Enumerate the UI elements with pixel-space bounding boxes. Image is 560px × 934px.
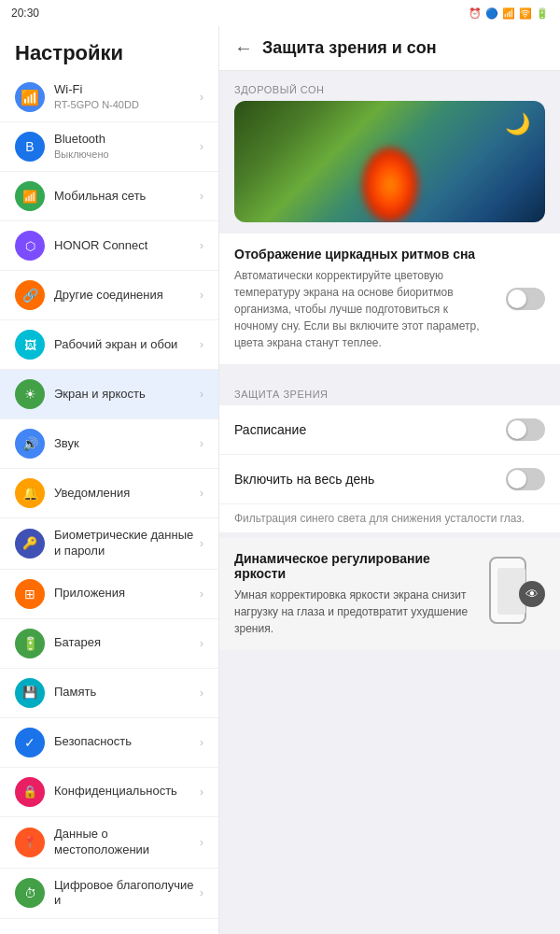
sidebar-item-notifications[interactable]: 🔔 Уведомления › xyxy=(0,469,218,518)
battery-icon: 🔋 xyxy=(536,7,549,20)
chevron-icon: › xyxy=(200,487,203,500)
circadian-toggle[interactable] xyxy=(506,288,545,310)
sidebar-security-label: Безопасность xyxy=(54,734,200,750)
phone-illustration: 👁 xyxy=(489,557,545,631)
healthy-sleep-label: ЗДОРОВЫЙ СОН xyxy=(219,71,560,101)
sidebar-notifications-label: Уведомления xyxy=(54,486,200,502)
sidebar-bluetooth-label: Bluetooth xyxy=(54,132,200,148)
sidebar-item-honor[interactable]: ⬡ HONOR Connect › xyxy=(0,221,218,271)
sidebar-item-bluetooth[interactable]: B Bluetooth Выключено › xyxy=(0,122,218,172)
signal-icon: 📶 xyxy=(502,7,515,20)
sidebar-wifi-sub: RT-5GPO N-40DD xyxy=(54,98,200,111)
sidebar-title: Настройки xyxy=(0,26,218,73)
sidebar-item-sound[interactable]: 🔊 Звук › xyxy=(0,419,218,469)
battery-icon: 🔋 xyxy=(15,629,45,658)
chevron-icon: › xyxy=(200,388,203,401)
sidebar-item-digital[interactable]: ⏱ Цифровое благополучие и › xyxy=(0,869,218,920)
sidebar-digital-label: Цифровое благополучие и xyxy=(54,878,200,910)
panel-title: Защита зрения и сон xyxy=(262,38,437,58)
sound-icon: 🔊 xyxy=(15,429,45,459)
sidebar-item-storage[interactable]: 💾 Память › xyxy=(0,669,218,718)
status-bar: 20:30 ⏰ 🔵 📶 🛜 🔋 xyxy=(0,0,560,26)
status-time: 20:30 xyxy=(11,7,39,20)
privacy-icon: 🔒 xyxy=(15,777,45,807)
circadian-title: Отображение циркадных ритмов сна xyxy=(234,247,495,262)
chevron-icon: › xyxy=(200,836,203,849)
sidebar-item-biometric[interactable]: 🔑 Биометрические данные и пароли › xyxy=(0,518,218,570)
honor-icon: ⬡ xyxy=(15,231,45,261)
chevron-icon: › xyxy=(200,785,203,799)
sidebar-item-other[interactable]: 🔗 Другие соединения › xyxy=(0,271,218,320)
display-icon: ☀ xyxy=(15,379,45,409)
main-layout: Настройки 📶 Wi-Fi RT-5GPO N-40DD › B Blu… xyxy=(0,26,560,934)
digital-icon: ⏱ xyxy=(15,878,45,908)
all-day-label: Включить на весь день xyxy=(234,472,374,487)
notifications-icon: 🔔 xyxy=(15,478,45,508)
chevron-icon: › xyxy=(200,289,203,302)
sidebar-other-label: Другие соединения xyxy=(54,288,200,304)
dynamic-title: Динамическое регулирование яркости xyxy=(234,551,478,581)
sidebar-item-homescreen[interactable]: 🖼 Рабочий экран и обои › xyxy=(0,320,218,370)
all-day-row: Включить на весь день xyxy=(219,455,560,504)
sidebar-bluetooth-sub: Выключено xyxy=(54,148,200,161)
sidebar-wifi-label: Wi-Fi xyxy=(54,82,200,98)
mobile-icon: 📶 xyxy=(15,181,45,211)
circadian-desc: Автоматически корректируйте цветовую тем… xyxy=(234,267,495,351)
chevron-icon: › xyxy=(200,91,203,104)
schedule-label: Расписание xyxy=(234,422,306,437)
sidebar-mobile-label: Мобильная сеть xyxy=(54,189,200,205)
biometric-icon: 🔑 xyxy=(15,529,45,559)
sidebar-storage-label: Память xyxy=(54,685,200,700)
schedule-toggle[interactable] xyxy=(506,418,545,441)
eye-icon: 👁 xyxy=(519,581,545,607)
moon-icon: 🌙 xyxy=(505,112,530,136)
sidebar: Настройки 📶 Wi-Fi RT-5GPO N-40DD › B Blu… xyxy=(0,26,219,934)
security-icon: ✓ xyxy=(15,728,45,757)
bluetooth-icon: B xyxy=(15,132,45,162)
sidebar-item-mobile[interactable]: 📶 Мобильная сеть › xyxy=(0,172,218,221)
sidebar-honor-label: HONOR Connect xyxy=(54,238,200,254)
chevron-icon: › xyxy=(200,239,203,252)
status-icons: ⏰ 🔵 📶 🛜 🔋 xyxy=(469,7,549,20)
chevron-icon: › xyxy=(200,686,203,700)
wifi-icon: 🛜 xyxy=(519,7,532,20)
chevron-icon: › xyxy=(200,140,203,153)
schedule-row: Расписание xyxy=(219,405,560,455)
all-day-toggle[interactable] xyxy=(506,468,545,490)
panel-content: ЗДОРОВЫЙ СОН 🌙 Отображение циркадных рит… xyxy=(219,71,560,650)
sidebar-item-wifi[interactable]: 📶 Wi-Fi RT-5GPO N-40DD › xyxy=(0,73,218,122)
chevron-icon: › xyxy=(200,437,203,450)
back-button[interactable]: ← xyxy=(234,37,253,59)
section-divider-2 xyxy=(219,532,560,536)
sidebar-item-battery[interactable]: 🔋 Батарея › xyxy=(0,619,218,669)
sidebar-item-privacy[interactable]: 🔒 Конфиденциальность › xyxy=(0,768,218,817)
sidebar-item-display[interactable]: ☀ Экран и яркость › xyxy=(0,370,218,419)
apps-icon: ⊞ xyxy=(15,579,45,609)
chevron-icon: › xyxy=(200,537,203,550)
chevron-icon: › xyxy=(200,338,203,351)
chevron-icon: › xyxy=(200,637,203,650)
chevron-icon: › xyxy=(200,587,203,601)
sidebar-item-security[interactable]: ✓ Безопасность › xyxy=(0,718,218,768)
sidebar-privacy-label: Конфиденциальность xyxy=(54,784,200,800)
sidebar-item-apps[interactable]: ⊞ Приложения › xyxy=(0,570,218,619)
sidebar-location-label: Данные о местоположении xyxy=(54,827,200,858)
hero-image: 🌙 xyxy=(234,101,545,222)
sidebar-biometric-label: Биометрические данные и пароли xyxy=(54,528,200,559)
sidebar-apps-label: Приложения xyxy=(54,586,200,601)
dynamic-brightness-card[interactable]: Динамическое регулирование яркости Умная… xyxy=(219,538,560,650)
homescreen-icon: 🖼 xyxy=(15,330,45,360)
alarm-icon: ⏰ xyxy=(469,7,482,20)
location-icon: 📍 xyxy=(15,828,45,857)
panel-header: ← Защита зрения и сон xyxy=(219,26,560,71)
dynamic-desc: Умная корректировка яркости экрана снизи… xyxy=(234,587,478,637)
storage-icon: 💾 xyxy=(15,678,45,708)
bluetooth-icon: 🔵 xyxy=(485,7,498,20)
chevron-icon: › xyxy=(200,886,203,899)
sidebar-battery-label: Батарея xyxy=(54,635,200,651)
right-panel: ← Защита зрения и сон ЗДОРОВЫЙ СОН 🌙 Ото… xyxy=(219,26,560,934)
wifi-icon: 📶 xyxy=(15,82,45,112)
other-icon: 🔗 xyxy=(15,280,45,310)
chevron-icon: › xyxy=(200,190,203,203)
sidebar-item-location[interactable]: 📍 Данные о местоположении › xyxy=(0,817,218,869)
